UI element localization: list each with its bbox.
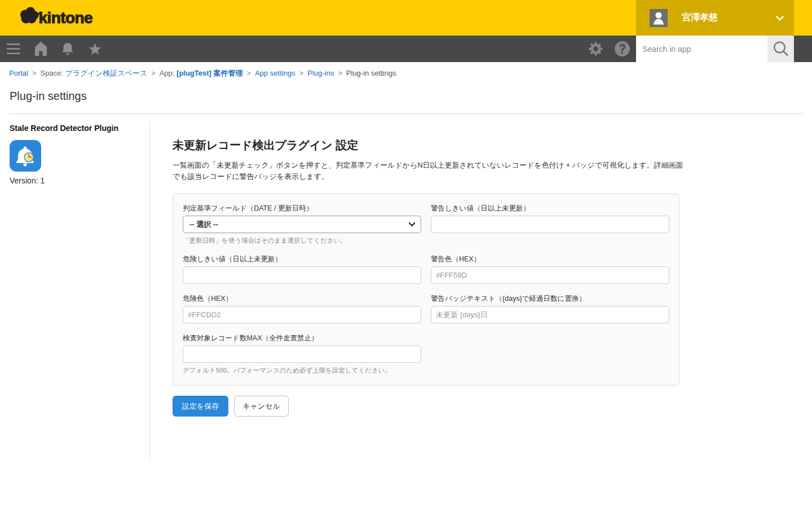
svg-text:kintone: kintone [39,9,92,27]
